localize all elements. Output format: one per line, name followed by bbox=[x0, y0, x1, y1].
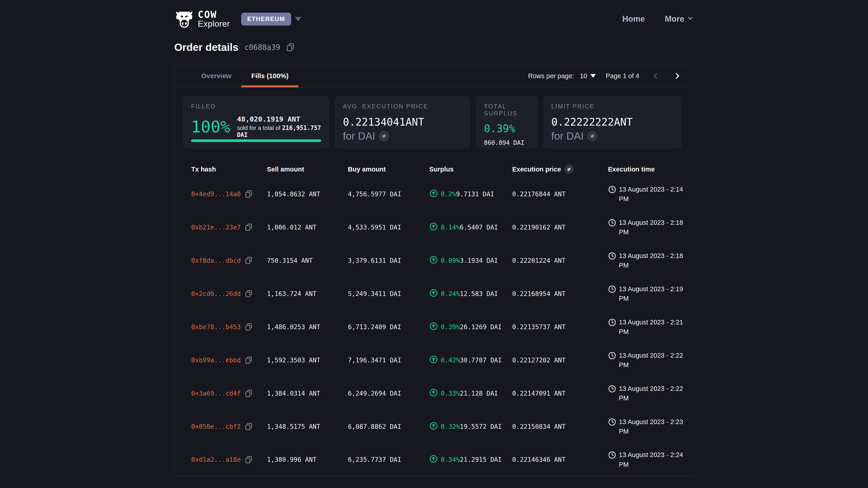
tx-hash-link[interactable]: 0×050e...cbf2 bbox=[191, 423, 241, 430]
copy-tx-hash-icon[interactable] bbox=[245, 456, 252, 464]
nav-more[interactable]: More bbox=[665, 14, 694, 24]
clock-icon bbox=[608, 218, 616, 228]
copy-tx-hash-icon[interactable] bbox=[245, 423, 252, 430]
table-row: 0xb99a...ebbd 1,592.3503 ANT 7,196.3471 … bbox=[175, 344, 693, 377]
execution-time: 13 August 2023 - 2:22 PM bbox=[619, 351, 683, 369]
tab-fills[interactable]: Fills (100%) bbox=[241, 65, 298, 87]
buy-amount: 6,235.7737 DAI bbox=[348, 456, 429, 463]
copy-tx-hash-icon[interactable] bbox=[245, 390, 252, 397]
surplus-amount: 21.2915 DAI bbox=[460, 456, 502, 463]
chevron-down-icon bbox=[687, 14, 694, 24]
limit-price-value: 0.22222222ANT bbox=[551, 116, 673, 128]
surplus-percent: 0.33% bbox=[441, 390, 460, 397]
surplus-cell: 0.32% 19.5572 DAI bbox=[429, 422, 512, 432]
surplus-percent: 0.42% bbox=[441, 357, 460, 364]
table-row: 0×3a69...cd4f 1,384.0314 ANT 6,249.2694 … bbox=[175, 377, 693, 410]
execution-price: 0.22147091 ANT bbox=[512, 390, 608, 397]
nav-home[interactable]: Home bbox=[622, 14, 645, 24]
copy-tx-hash-icon[interactable] bbox=[245, 257, 252, 264]
surplus-cell: 0.2% 9.7131 DAI bbox=[429, 189, 512, 199]
rows-per-page-select[interactable]: 10 bbox=[580, 72, 596, 80]
cow-explorer-logo[interactable]: COW Explorer bbox=[174, 8, 230, 29]
table-row: 0xb21e...23e7 1,006.012 ANT 4,533.5951 D… bbox=[175, 210, 693, 244]
surplus-amount: 6.5407 DAI bbox=[460, 224, 498, 231]
tx-hash-link[interactable]: 0xf8da...dbcd bbox=[191, 257, 241, 264]
logo-wordmark: COW bbox=[198, 10, 230, 20]
sell-amount: 750.3154 ANT bbox=[267, 257, 348, 264]
tx-hash-link[interactable]: 0xb21e...23e7 bbox=[191, 224, 241, 231]
limit-price-unit: for DAI bbox=[551, 130, 584, 142]
invert-price-icon[interactable] bbox=[379, 131, 389, 141]
copy-tx-hash-icon[interactable] bbox=[245, 356, 252, 364]
execution-time-cell: 13 August 2023 - 2:24 PM bbox=[608, 450, 684, 469]
clock-icon bbox=[608, 417, 616, 428]
tab-overview[interactable]: Overview bbox=[191, 65, 241, 87]
filled-sold-total: sold for a total of 216,951.757 DAI bbox=[237, 125, 321, 138]
buy-amount: 7,196.3471 DAI bbox=[348, 357, 429, 364]
fills-table: Tx hash Sell amount Buy amount Surplus E… bbox=[175, 161, 693, 476]
page-title: Order details bbox=[174, 41, 239, 53]
surplus-up-icon bbox=[429, 222, 438, 232]
surplus-percent: 0.39% bbox=[441, 323, 460, 331]
tx-hash-link[interactable]: 0xb99a...ebbd bbox=[191, 357, 241, 364]
buy-amount: 5,249.3411 DAI bbox=[348, 290, 429, 297]
execution-time-cell: 13 August 2023 - 2:14 PM bbox=[608, 185, 684, 203]
surplus-up-icon bbox=[429, 322, 438, 332]
copy-order-id-icon[interactable] bbox=[286, 43, 294, 52]
buy-amount: 4,756.5977 DAI bbox=[348, 191, 429, 198]
surplus-up-icon bbox=[429, 455, 438, 465]
execution-time-cell: 13 August 2023 - 2:23 PM bbox=[608, 417, 684, 436]
execution-time: 13 August 2023 - 2:14 PM bbox=[619, 185, 683, 203]
table-row: 0xd1a2...a18e 1,380.996 ANT 6,235.7737 D… bbox=[175, 443, 693, 476]
invert-price-icon[interactable] bbox=[587, 131, 597, 141]
prev-page-button[interactable] bbox=[649, 71, 661, 80]
sell-amount: 1,163.724 ANT bbox=[267, 290, 348, 297]
clock-icon bbox=[608, 318, 616, 328]
network-selector[interactable]: ETHEREUM bbox=[241, 13, 302, 26]
main-nav: Home More bbox=[622, 14, 694, 24]
execution-price: 0.22135737 ANT bbox=[512, 323, 608, 331]
tx-hash-link[interactable]: 0xbe78...b453 bbox=[191, 323, 241, 331]
tx-hash-link[interactable]: 0×2cd0...26dd bbox=[191, 290, 241, 297]
order-panel: Overview Fills (100%) Rows per page: 10 … bbox=[174, 65, 694, 477]
surplus-percent: 0.2% bbox=[441, 191, 456, 198]
tx-hash-link[interactable]: 0×4ed9...14a0 bbox=[191, 191, 241, 198]
clock-icon bbox=[608, 284, 616, 295]
network-badge[interactable]: ETHEREUM bbox=[241, 13, 291, 26]
surplus-percent: 0.34% bbox=[441, 456, 460, 463]
filled-amount: 48,020.1919 ANT bbox=[237, 115, 321, 123]
clock-icon bbox=[608, 351, 616, 361]
next-page-button[interactable] bbox=[671, 71, 684, 80]
surplus-up-icon bbox=[429, 189, 438, 199]
execution-price: 0.22168954 ANT bbox=[512, 290, 608, 297]
total-surplus-card: TOTAL SURPLUS 0.39% 860.894 DAI bbox=[476, 96, 538, 149]
surplus-cell: 0.09% 3.1934 DAI bbox=[429, 256, 512, 266]
order-id: c0688a39 bbox=[244, 43, 280, 52]
column-execution-time: Execution time bbox=[608, 166, 684, 173]
copy-tx-hash-icon[interactable] bbox=[245, 223, 252, 231]
sell-amount: 1,054.8632 ANT bbox=[267, 191, 348, 198]
limit-price-label: LIMIT PRICE bbox=[551, 103, 673, 110]
sell-amount: 1,592.3503 ANT bbox=[267, 357, 348, 364]
surplus-percent: 0.14% bbox=[441, 224, 460, 231]
summary-cards: FILLED 100% 48,020.1919 ANT sold for a t… bbox=[175, 87, 693, 149]
copy-tx-hash-icon[interactable] bbox=[245, 323, 252, 331]
invert-price-column-icon[interactable] bbox=[564, 164, 574, 174]
avg-price-value: 0.22134041ANT bbox=[343, 116, 462, 128]
column-sell-amount: Sell amount bbox=[267, 166, 348, 173]
filled-percent: 100% bbox=[191, 117, 230, 136]
filled-card: FILLED 100% 48,020.1919 ANT sold for a t… bbox=[183, 96, 329, 149]
avg-price-unit: for DAI bbox=[343, 130, 375, 142]
copy-tx-hash-icon[interactable] bbox=[245, 290, 252, 297]
clock-icon bbox=[608, 450, 616, 461]
copy-tx-hash-icon[interactable] bbox=[245, 190, 252, 198]
execution-time: 13 August 2023 - 2:21 PM bbox=[619, 318, 683, 336]
tx-hash-link[interactable]: 0×3a69...cd4f bbox=[191, 390, 241, 397]
caret-down-icon bbox=[590, 74, 596, 78]
avg-execution-price-card: AVG. EXECUTION PRICE 0.22134041ANT for D… bbox=[335, 96, 470, 149]
tx-hash-link[interactable]: 0xd1a2...a18e bbox=[191, 456, 241, 463]
surplus-up-icon bbox=[429, 256, 438, 266]
surplus-amount: 26.1269 DAI bbox=[460, 323, 502, 331]
rows-per-page-label: Rows per page: bbox=[528, 72, 574, 80]
surplus-cell: 0.24% 12.583 DAI bbox=[429, 289, 512, 299]
